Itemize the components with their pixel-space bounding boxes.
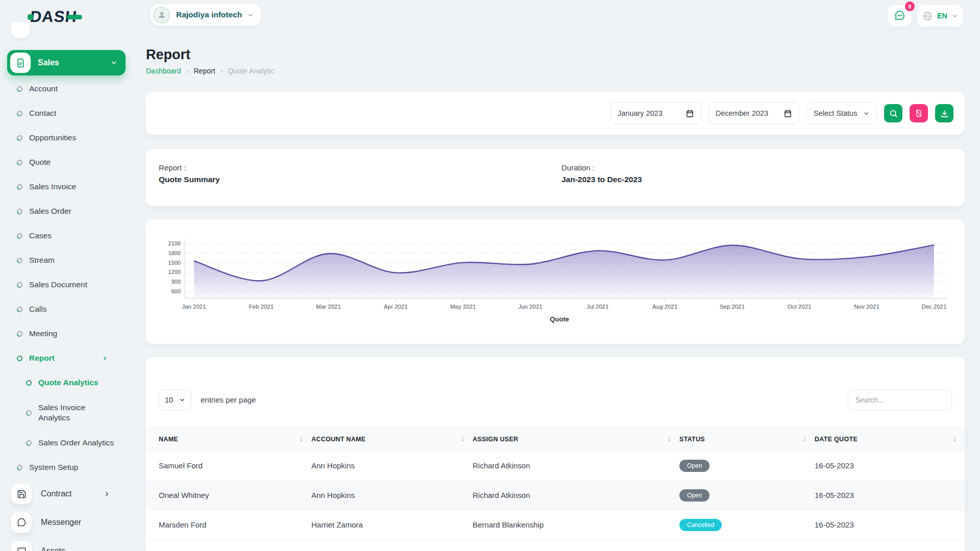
- svg-text:May 2021: May 2021: [450, 304, 476, 310]
- workspace-selector[interactable]: Rajodiya infotech: [151, 4, 261, 26]
- circle-icon: [16, 158, 23, 166]
- page-size-select[interactable]: 10: [159, 390, 191, 410]
- sidebar-item-sales-document[interactable]: Sales Document: [0, 272, 133, 297]
- cell-assign-user: Richard Atkinson: [473, 451, 679, 481]
- sidebar: DASH Sales Account Contact Opportunities…: [0, 0, 133, 551]
- svg-text:600: 600: [172, 288, 181, 294]
- sidebar-item-label: Account: [29, 84, 58, 94]
- cell-assign-user: Bernard Blankenship: [473, 510, 679, 540]
- chevron-down-icon: [863, 110, 870, 117]
- svg-text:Jul 2021: Jul 2021: [586, 304, 608, 310]
- svg-text:1200: 1200: [168, 269, 181, 275]
- sidebar-item-label: Cases: [29, 231, 52, 241]
- language-selector[interactable]: EN: [917, 5, 963, 27]
- svg-text:2100: 2100: [168, 240, 181, 246]
- cell-name: Oneal Whitney: [145, 481, 311, 510]
- sort-icon[interactable]: ▲▼: [668, 436, 671, 442]
- table-row[interactable]: Marsden Ford Harriet Zamora Bernard Blan…: [145, 510, 965, 540]
- sidebar-item-stream[interactable]: Stream: [0, 248, 133, 272]
- sidebar-item-label: Contract: [41, 489, 71, 499]
- globe-icon: [922, 11, 933, 21]
- svg-text:1800: 1800: [168, 250, 181, 256]
- sidebar-item-sales-invoice-analytics[interactable]: Sales Invoice Analytics: [0, 395, 133, 431]
- cell-name: Samuel Ford: [145, 451, 311, 481]
- sidebar-item-label: Report: [29, 353, 55, 363]
- svg-text:Nov 2021: Nov 2021: [854, 304, 879, 310]
- sort-icon[interactable]: ▲▼: [461, 436, 464, 442]
- messages-button[interactable]: 0: [888, 5, 912, 27]
- sidebar-item-report[interactable]: Report: [0, 346, 133, 370]
- filter-card: January 2023 December 2023 Select Status: [145, 92, 965, 135]
- chevron-down-icon: [179, 397, 185, 403]
- circle-icon: [16, 305, 23, 313]
- sort-icon[interactable]: ▲▼: [953, 436, 957, 442]
- report-label: Report :: [159, 163, 220, 172]
- sidebar-item-messenger[interactable]: Messenger: [0, 508, 133, 537]
- breadcrumb: Dashboard › Report › Quote Analytic: [146, 66, 274, 75]
- calendar-icon: [783, 109, 792, 118]
- sidebar-item-sales-order-analytics[interactable]: Sales Order Analytics: [0, 431, 133, 455]
- svg-text:Oct 2021: Oct 2021: [788, 304, 812, 310]
- sidebar-item-quote[interactable]: Quote: [0, 150, 133, 174]
- start-date-input[interactable]: January 2023: [610, 102, 701, 124]
- sidebar-item-account[interactable]: Account: [0, 77, 133, 101]
- sidebar-item-contact[interactable]: Contact: [0, 101, 133, 126]
- sidebar-item-calls[interactable]: Calls: [0, 297, 133, 321]
- svg-text:Apr 2021: Apr 2021: [384, 304, 408, 310]
- quotes-table-card: 10 entries per page NAME▲▼ ACCOUNT NAME▲…: [145, 357, 965, 551]
- file-slash-icon: [915, 109, 923, 117]
- sidebar-item-sales-invoice[interactable]: Sales Invoice: [0, 174, 133, 199]
- table-search-input[interactable]: [848, 390, 952, 410]
- quote-chart-card: 6009001200150018002100Jan 2021Feb 2021Ma…: [145, 219, 965, 344]
- reset-filter-button[interactable]: [910, 104, 928, 122]
- search-icon: [889, 109, 898, 118]
- chevron-down-icon: [110, 59, 117, 66]
- app-logo[interactable]: DASH: [28, 8, 82, 26]
- sidebar-item-label: Sales: [38, 58, 110, 67]
- status-select[interactable]: Select Status: [806, 102, 877, 124]
- entries-per-page-label: entries per page: [201, 395, 256, 404]
- language-code: EN: [937, 12, 947, 20]
- cell-date-quote: 16-05-2023: [815, 451, 965, 481]
- circle-icon: [16, 183, 23, 190]
- avatar: [153, 7, 170, 23]
- workspace-name: Rajodiya infotech: [176, 10, 242, 19]
- table-header-row: NAME▲▼ ACCOUNT NAME▲▼ ASSIGN USER▲▼ STAT…: [145, 428, 965, 451]
- svg-text:Jan 2021: Jan 2021: [182, 304, 206, 310]
- sidebar-item-system-setup[interactable]: System Setup: [0, 455, 133, 480]
- sidebar-item-label: Sales Order Analytics: [38, 438, 114, 448]
- sidebar-item-cases[interactable]: Cases: [0, 223, 133, 248]
- calendar-icon: [685, 109, 694, 118]
- sort-icon[interactable]: ▲▼: [300, 436, 303, 442]
- table-row[interactable]: Samuel Ford Ann Hopkins Richard Atkinson…: [145, 451, 965, 481]
- sidebar-item-sales[interactable]: Sales: [7, 50, 126, 76]
- sidebar-item-label: Meeting: [29, 329, 57, 339]
- sidebar-item-label: Sales Order: [29, 206, 71, 216]
- quotes-table: NAME▲▼ ACCOUNT NAME▲▼ ASSIGN USER▲▼ STAT…: [145, 428, 965, 540]
- sidebar-item-label: Calls: [29, 304, 46, 314]
- download-button[interactable]: [935, 104, 953, 122]
- notification-badge: 0: [905, 2, 915, 11]
- cell-date-quote: 16-05-2023: [815, 481, 965, 510]
- sort-icon[interactable]: ▲▼: [803, 436, 806, 442]
- sidebar-item-meeting[interactable]: Meeting: [0, 321, 133, 346]
- end-date-input[interactable]: December 2023: [708, 102, 799, 124]
- apply-search-button[interactable]: [884, 104, 902, 122]
- sidebar-item-label: Contact: [29, 108, 56, 118]
- sidebar-item-contract[interactable]: Contract: [0, 480, 133, 508]
- sidebar-item-assets[interactable]: Assets: [0, 537, 133, 551]
- sidebar-item-sales-order[interactable]: Sales Order: [0, 199, 133, 223]
- circle-icon: [16, 207, 23, 215]
- cell-name: Marsden Ford: [145, 510, 311, 540]
- breadcrumb-dashboard[interactable]: Dashboard: [146, 67, 181, 75]
- breadcrumb-report[interactable]: Report: [194, 67, 215, 75]
- cell-account: Ann Hopkins: [311, 481, 473, 510]
- sidebar-item-label: Sales Invoice Analytics: [38, 403, 101, 423]
- svg-text:Feb 2021: Feb 2021: [249, 304, 274, 310]
- table-row[interactable]: Oneal Whitney Ann Hopkins Richard Atkins…: [145, 481, 965, 510]
- start-date-value: January 2023: [618, 109, 663, 117]
- sidebar-item-opportunities[interactable]: Opportunities: [0, 126, 133, 150]
- breadcrumb-separator-icon: ›: [186, 66, 189, 75]
- sidebar-item-quote-analytics[interactable]: Quote Analytics: [0, 370, 133, 395]
- end-date-value: December 2023: [716, 109, 768, 117]
